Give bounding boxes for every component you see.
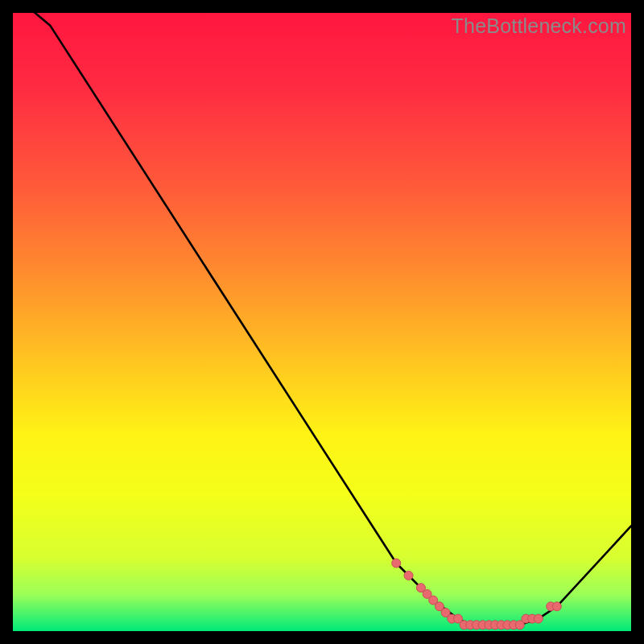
- chart-stage: TheBottleneck.com: [0, 0, 644, 644]
- curve-dot: [534, 614, 543, 623]
- curve-dot: [404, 571, 413, 580]
- curve-layer: [13, 13, 631, 631]
- curve-dot: [392, 559, 401, 568]
- curve-dots: [392, 559, 562, 630]
- bottleneck-curve-line: [13, 0, 631, 625]
- curve-dot: [552, 602, 561, 611]
- plot-area: TheBottleneck.com: [13, 13, 631, 631]
